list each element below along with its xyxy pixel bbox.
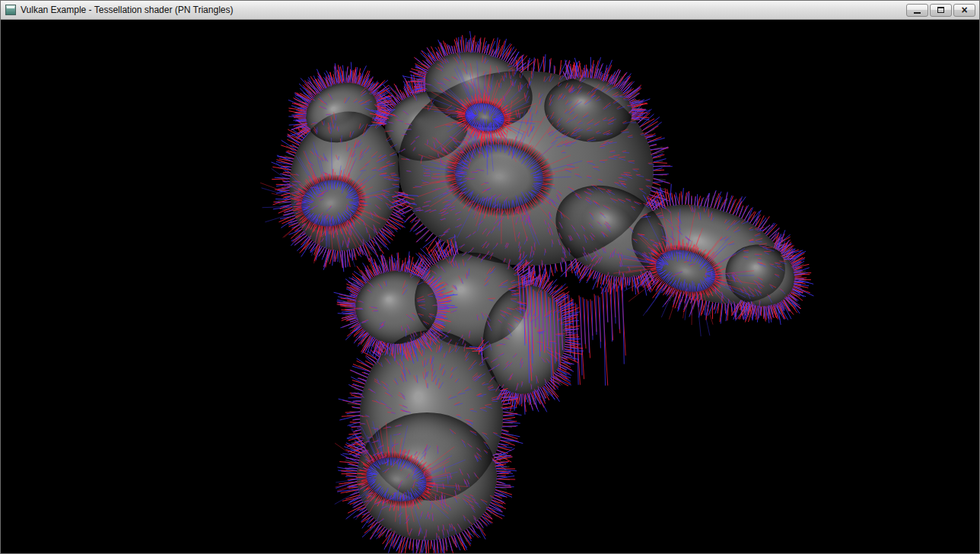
maximize-button[interactable] (930, 4, 952, 17)
window-controls: × (906, 4, 975, 17)
maximize-icon (937, 7, 944, 13)
window-title: Vulkan Example - Tessellation shader (PN… (21, 5, 233, 15)
app-icon[interactable] (5, 5, 16, 15)
app-window: Vulkan Example - Tessellation shader (PN… (0, 0, 980, 554)
close-icon: × (961, 5, 967, 16)
close-button[interactable]: × (953, 4, 975, 17)
render-viewport[interactable] (1, 20, 979, 553)
title-bar[interactable]: Vulkan Example - Tessellation shader (PN… (1, 1, 979, 20)
minimize-icon (914, 12, 921, 14)
minimize-button[interactable] (906, 4, 928, 17)
